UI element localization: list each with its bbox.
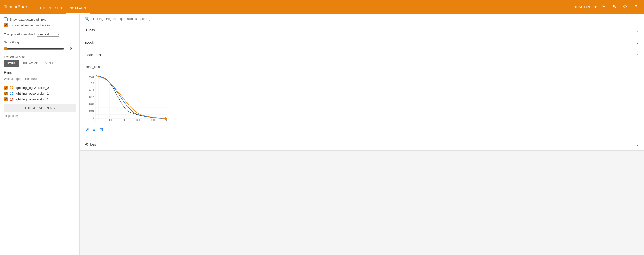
app-logo: TensorBoard [4,4,30,10]
svg-text:0.08: 0.08 [90,103,94,106]
chart-data-button[interactable]: ≡ [92,126,96,133]
smoothing-value-input[interactable] [66,46,76,51]
svg-text:0.2: 0.2 [90,82,94,85]
tooltip-sorting-row: Tooltip sorting method: nearest default … [4,32,76,37]
svg-rect-8 [96,75,167,118]
run-checkbox-0[interactable] [4,86,8,90]
accordion-mean-loss-chevron: ∧ [636,52,639,58]
accordion-d-loss-title: D_loss [84,28,95,32]
ignore-outliers-label: Ignore outliers in chart scaling [10,24,52,27]
chart-container: 0.24 0.2 0.16 0.12 0.08 0.04 0 0 [84,70,172,124]
accordion-mean-loss-header[interactable]: mean_loss ∧ [80,49,644,61]
accordion-x0-loss-title: x0_loss [84,142,96,146]
layout: Show data download links Ignore outliers… [0,14,644,255]
accordion-d-loss: D_loss ⌄ [80,24,644,36]
sidebar: Show data download links Ignore outliers… [0,14,80,255]
runs-section: Runs lightning_logs/version_0 lightning_… [4,70,76,251]
chart-area: 0.24 0.2 0.16 0.12 0.08 0.04 0 0 [87,73,169,122]
accordion-d-loss-header[interactable]: D_loss ⌄ [80,24,644,36]
refresh-icon-button[interactable]: ↻ [610,2,619,11]
show-download-links-row[interactable]: Show data download links [4,18,76,21]
show-download-links-checkbox[interactable] [4,18,8,21]
accordion-mean-loss: mean_loss ∧ mean_loss [80,49,644,138]
accordion-d-loss-chevron: ⌄ [636,28,639,33]
help-icon-button[interactable]: ? [632,2,640,11]
chart-svg: 0.24 0.2 0.16 0.12 0.08 0.04 0 0 [87,73,169,122]
run-label-1: lightning_logs/version_1 [15,92,48,96]
smoothing-row [4,46,76,51]
ignore-outliers-checkbox[interactable] [4,23,8,27]
svg-text:0: 0 [92,116,94,119]
main-content: 🔍 D_loss ⌄ epoch ⌄ mean_loss ∧ mean_los [80,14,644,255]
accordion-x0-loss-header[interactable]: x0_loss ⌄ [80,138,644,150]
svg-text:600: 600 [136,119,140,122]
run-label-0: lightning_logs/version_0 [15,86,48,90]
run-circle-2 [10,98,13,101]
accordion-mean-loss-title: mean_loss [84,53,101,57]
accordion-x0-loss-chevron: ⌄ [636,142,639,147]
axis-btn-step[interactable]: STEP [4,60,18,67]
settings-icon-button[interactable]: ⚙ [621,2,630,11]
header: TensorBoard TIME SERIES SCALARS INACTIVE… [0,0,644,14]
svg-text:0.04: 0.04 [90,110,94,112]
run-item-0: lightning_logs/version_0 [4,85,76,90]
accordion-mean-loss-content: mean_loss 0.24 0.2 [80,61,644,138]
run-circle-0 [10,86,13,89]
brightness-icon-button[interactable]: ☀ [600,2,608,11]
run-checkbox-2[interactable] [4,97,8,101]
chart-download-button[interactable]: ⊡ [98,126,104,133]
run-label-2: lightning_logs/version_2 [15,98,48,101]
accordion-epoch-chevron: ⌄ [636,40,639,45]
ignore-outliers-row[interactable]: Ignore outliers in chart scaling [4,23,76,27]
svg-point-15 [164,117,167,120]
svg-text:0.16: 0.16 [90,89,94,92]
smoothing-section: Smoothing [4,40,76,51]
runs-filter-input[interactable] [4,76,76,82]
download-links-section: Show data download links Ignore outliers… [4,18,76,29]
toggle-all-runs-button[interactable]: TOGGLE ALL RUNS [4,104,76,112]
axis-buttons-group: STEP RELATIVE WALL [4,60,76,67]
simpleode-label: simpleode/ [4,114,76,118]
run-circle-1 [10,92,13,95]
tooltip-sorting-select[interactable]: nearest default descending ascending [38,32,60,37]
filter-tags-input[interactable] [91,17,639,20]
svg-text:800: 800 [151,119,155,122]
status-label: INACTIVE [575,5,592,9]
run-checkbox-1[interactable] [4,92,8,96]
svg-text:0: 0 [95,119,96,122]
accordion-epoch-title: epoch [84,40,94,44]
axis-btn-wall[interactable]: WALL [42,60,57,67]
main-nav: TIME SERIES SCALARS [36,0,90,14]
nav-time-series[interactable]: TIME SERIES [36,0,66,14]
smoothing-slider[interactable] [4,46,64,50]
svg-text:0.24: 0.24 [90,75,94,78]
accordion-epoch-header[interactable]: epoch ⌄ [80,36,644,48]
tooltip-sorting-label: Tooltip sorting method: [4,32,36,36]
run-item-2: lightning_logs/version_2 [4,96,76,102]
accordion-x0-loss: x0_loss ⌄ [80,138,644,151]
status-dropdown-button[interactable]: ▾ [594,3,598,10]
runs-label: Runs [4,70,76,74]
svg-text:200: 200 [108,119,112,122]
filter-search-icon: 🔍 [84,16,90,21]
nav-scalars[interactable]: SCALARS [66,0,90,14]
chart-actions: ⤢ ≡ ⊡ [84,126,639,133]
smoothing-label: Smoothing [4,40,76,44]
horizontal-axis-label: Horizontal Axis [4,55,76,58]
tooltip-select-wrap[interactable]: nearest default descending ascending [38,32,60,37]
show-download-links-label: Show data download links [10,18,46,21]
header-right: INACTIVE ▾ ☀ ↻ ⚙ ? [575,2,640,11]
svg-text:0.12: 0.12 [90,96,94,98]
chart-title: mean_loss [84,65,639,68]
axis-btn-relative[interactable]: RELATIVE [20,60,41,67]
svg-text:400: 400 [122,119,126,122]
filter-bar: 🔍 [80,14,644,24]
chart-expand-button[interactable]: ⤢ [84,126,90,133]
run-item-1: lightning_logs/version_1 [4,90,76,96]
horizontal-axis-section: Horizontal Axis STEP RELATIVE WALL [4,55,76,67]
accordion-epoch: epoch ⌄ [80,36,644,49]
